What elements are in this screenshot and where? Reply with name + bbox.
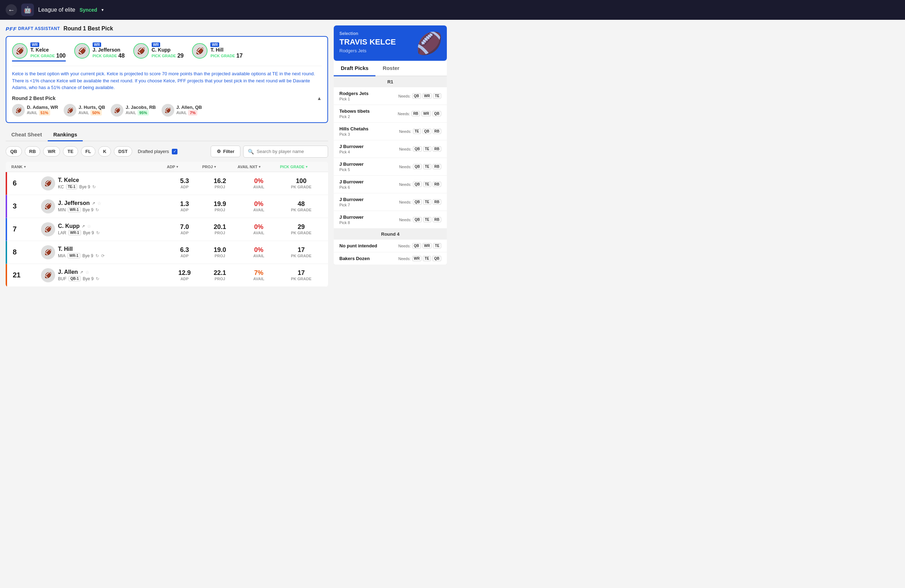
star-icon-jefferson[interactable]: ☆ (97, 201, 102, 206)
pos-filter-k[interactable]: K (98, 146, 111, 157)
candidate-jefferson[interactable]: 🏈 WR J. Jefferson PICK GRADE 48 (74, 43, 125, 62)
left-panel: PFF DRAFT ASSISTANT Round 1 Best Pick 🏈 … (6, 25, 328, 287)
need-qb-bakers: QB (432, 256, 441, 261)
player-avatar-jefferson: 🏈 (41, 199, 55, 214)
player-pos-allen: QB-1 (68, 276, 81, 281)
candidate-avatar-kelce: 🏈 (12, 43, 28, 59)
pos-filter-te[interactable]: TE (63, 146, 78, 157)
pos-filter-dst[interactable]: DST (114, 146, 132, 157)
external-link-icon-jefferson[interactable]: ↗ (92, 201, 95, 206)
candidate-info-kupp: WR C. Kupp PICK GRADE 29 (152, 43, 184, 59)
pick-grade-label-kupp: PICK GRADE (152, 54, 176, 58)
league-name: League of elite (38, 7, 75, 13)
player-team-allen: BUF (58, 276, 67, 281)
tab-rankings[interactable]: Rankings (48, 128, 83, 141)
right-panel-content: R1 Rodgers Jets Pick 1 Needs: QB WR TE (334, 76, 447, 265)
player-pos-jefferson: WR-1 (68, 207, 81, 212)
table-row: 7 🏈 C. Kupp ↗ ☆ LAR WR-1 (6, 218, 328, 241)
synced-status: Synced (79, 7, 97, 13)
th-proj[interactable]: PROJ ▾ (202, 165, 238, 169)
grade-hill: 17 PK GRADE (280, 246, 322, 258)
draft-assistant-text: DRAFT ASSISTANT (18, 26, 60, 31)
filter-icon: ⚙ (217, 149, 221, 154)
refresh-icon-jefferson[interactable]: ↻ (95, 208, 99, 212)
pick-row-bakers: Bakers Dozen Needs: WR TE QB (334, 252, 447, 265)
refresh-icon-hill[interactable]: ↻ (95, 254, 99, 258)
need-rb-6: RB (433, 182, 441, 187)
tab-draft-picks[interactable]: Draft Picks (334, 61, 375, 76)
pos-filter-qb[interactable]: QB (6, 146, 22, 157)
pff-text: PFF (6, 26, 17, 32)
pos-filter-rb[interactable]: RB (25, 146, 41, 157)
search-box: 🔍 (243, 146, 328, 158)
draft-roster-tabs: Draft Picks Roster (334, 61, 447, 76)
th-rank[interactable]: RANK ▾ (11, 165, 40, 169)
table-row: 21 🏈 J. Allen ↗ ☆ BUF QB-1 (6, 264, 328, 287)
rank-jefferson: 3 (13, 202, 41, 210)
nav-chevron-icon[interactable]: ▾ (102, 8, 103, 13)
round2-chevron-icon[interactable]: ▲ (317, 95, 322, 101)
pick-num-6: Pick 6 (339, 185, 364, 189)
need-te-1: TE (433, 93, 441, 98)
candidate-kelce[interactable]: 🏈 WR T. Kelce PICK GRADE 100 (12, 43, 66, 62)
pick-num-8: Pick 8 (339, 220, 364, 225)
search-icon: 🔍 (248, 149, 254, 154)
needs-label-6: Needs: (399, 182, 411, 187)
need-te-5: TE (423, 164, 431, 169)
grade-allen: 17 PK GRADE (280, 269, 322, 281)
need-rb-3: RB (433, 128, 441, 134)
th-pick-grade[interactable]: PICK GRADE ▾ (280, 165, 322, 169)
rankings-table: RANK ▾ ADP ▾ PROJ ▾ AVAIL NXT ▾ PICK GR (6, 162, 328, 287)
right-panel: Selection TRAVIS KELCE Rodgers Jets 🏈 Dr… (334, 25, 447, 287)
need-rb-4: RB (433, 146, 441, 152)
pos-filter-fl[interactable]: FL (81, 146, 96, 157)
refresh-icon-kupp[interactable]: ↻ (96, 230, 100, 235)
candidate-kupp[interactable]: 🏈 WR C. Kupp PICK GRADE 29 (133, 43, 184, 62)
tab-cheat-sheet[interactable]: Cheat Sheet (6, 128, 48, 141)
tab-roster[interactable]: Roster (375, 61, 406, 76)
filter-button[interactable]: ⚙ Filter (211, 146, 240, 157)
filter-row: QB RB WR TE FL K DST Drafted players ✓ ⚙… (6, 146, 328, 158)
needs-label-8: Needs: (399, 218, 411, 222)
r2-avail-label-adams: AVAIL (27, 111, 38, 115)
table-row: 8 🏈 T. Hill MIA WR-1 Bye 9 ↻ (6, 241, 328, 264)
r2-avail-badge-adams: 51% (39, 110, 50, 116)
back-button[interactable]: ← (6, 4, 17, 16)
refresh-icon-allen[interactable]: ↻ (96, 276, 99, 281)
need-qb-6: QB (413, 182, 422, 187)
pff-header: PFF DRAFT ASSISTANT Round 1 Best Pick (6, 25, 328, 32)
pick-team-3: Hills Chetahs (339, 126, 368, 132)
external-link-icon-allen[interactable]: ↗ (80, 270, 83, 274)
pick-team-5: J Burrower (339, 162, 364, 167)
pick-row-3: Hills Chetahs Pick 3 Needs: TE QB RB (334, 123, 447, 140)
r2-avail-badge-hurts: 50% (90, 110, 102, 116)
th-adp[interactable]: ADP ▾ (167, 165, 202, 169)
candidate-name-hill: T. Hill (210, 47, 243, 53)
th-avail-nxt[interactable]: AVAIL NXT ▾ (238, 165, 280, 169)
main-layout: PFF DRAFT ASSISTANT Round 1 Best Pick 🏈 … (0, 20, 452, 293)
player-avatar-kupp: 🏈 (41, 222, 55, 236)
pos-filter-wr[interactable]: WR (43, 146, 60, 157)
need-te-bakers: TE (423, 256, 431, 261)
need-te-3: TE (413, 128, 421, 134)
star-icon-kupp[interactable]: ☆ (87, 223, 91, 229)
player-bye-allen: Bye 9 (83, 276, 94, 281)
player-bye-kelce: Bye 9 (79, 184, 90, 189)
player-name-allen: J. Allen (58, 269, 78, 275)
candidate-hill[interactable]: 🏈 WR T. Hill PICK GRADE 17 (192, 43, 243, 62)
star-icon-allen[interactable]: ☆ (85, 269, 89, 275)
candidate-info-jefferson: WR J. Jefferson PICK GRADE 48 (93, 43, 125, 59)
need-te-4: TE (423, 146, 431, 152)
candidate-avatar-hill: 🏈 (192, 43, 208, 59)
candidate-avatar-kupp: 🏈 (133, 43, 149, 59)
search-input[interactable] (257, 149, 324, 154)
drafted-checkbox[interactable]: ✓ (172, 149, 178, 154)
extra-icon-hill[interactable]: ⟳ (101, 254, 105, 258)
drafted-label: Drafted players (138, 149, 169, 154)
external-link-icon-kupp[interactable]: ↗ (82, 224, 85, 229)
refresh-icon-kelce[interactable]: ↻ (92, 184, 96, 189)
candidate-pos-kelce: WR (30, 43, 39, 47)
player-avatar-kelce: 🏈 (41, 176, 55, 190)
r2-avail-label-allen: AVAIL (176, 111, 187, 115)
pick-grade-value-hill: 17 (237, 53, 243, 59)
